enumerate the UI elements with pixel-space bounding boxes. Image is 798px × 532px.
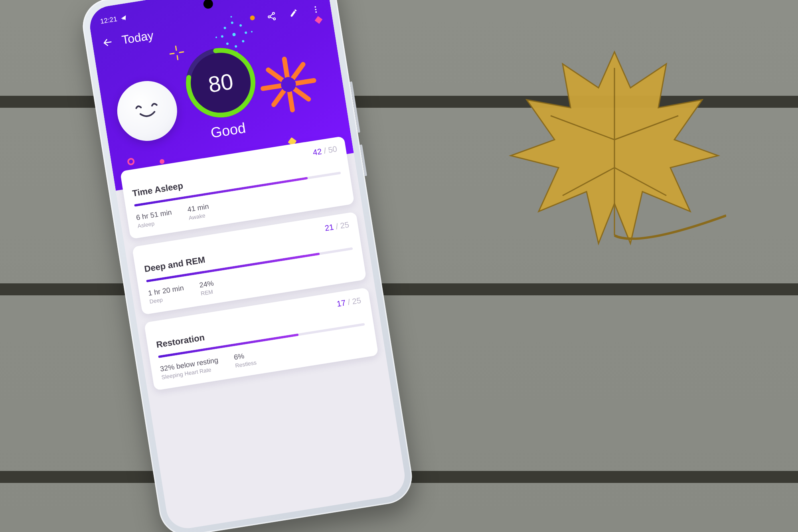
card-score-max: / 50	[321, 144, 338, 156]
sleep-score-ring[interactable]: 80	[180, 42, 262, 124]
svg-point-8	[315, 9, 316, 10]
phone-screen: 12:21 5G	[87, 0, 408, 531]
svg-point-6	[273, 18, 276, 20]
sleep-score-value: 80	[180, 42, 262, 124]
share-button[interactable]	[263, 7, 281, 26]
telegram-notif-icon	[120, 14, 127, 22]
metric: 1 hr 20 minDeep	[148, 284, 186, 305]
back-button[interactable]	[99, 33, 117, 51]
metric: 41 minAwake	[187, 202, 210, 221]
more-menu-button[interactable]	[306, 0, 325, 19]
metric-value: 24%	[199, 279, 214, 289]
card-score-max: / 25	[333, 220, 350, 231]
metric: 6 hr 51 minAsleep	[136, 208, 174, 229]
svg-point-7	[314, 6, 316, 8]
phone-frame: 12:21 5G	[79, 0, 416, 532]
volume-rocker	[350, 81, 360, 133]
svg-point-23	[245, 31, 247, 34]
svg-point-30	[215, 36, 217, 38]
edit-button[interactable]	[284, 4, 303, 22]
svg-point-22	[221, 35, 224, 38]
sleep-score-label: Good	[209, 119, 247, 141]
ring-decoration-icon	[127, 158, 135, 166]
svg-point-9	[315, 11, 317, 13]
svg-point-19	[232, 33, 236, 36]
metric: 6%Restless	[233, 350, 257, 369]
svg-point-31	[251, 31, 253, 33]
sleep-breakdown-list[interactable]: 42 / 50Time Asleep6 hr 51 minAsleep41 mi…	[113, 135, 387, 403]
power-button	[360, 144, 367, 176]
bench-background: 12:21 5G	[0, 0, 798, 532]
metric: 24%REM	[199, 279, 215, 297]
metric-label: REM	[200, 288, 215, 297]
status-time: 12:21	[100, 15, 118, 26]
metric: 32% below restingSleeping Heart Rate	[160, 356, 220, 381]
svg-point-25	[242, 40, 245, 43]
dot-decoration-icon	[159, 159, 165, 164]
maple-leaf-decoration	[503, 36, 726, 251]
card-score-max: / 25	[345, 296, 361, 307]
svg-line-32	[176, 46, 176, 50]
svg-point-26	[226, 42, 229, 45]
